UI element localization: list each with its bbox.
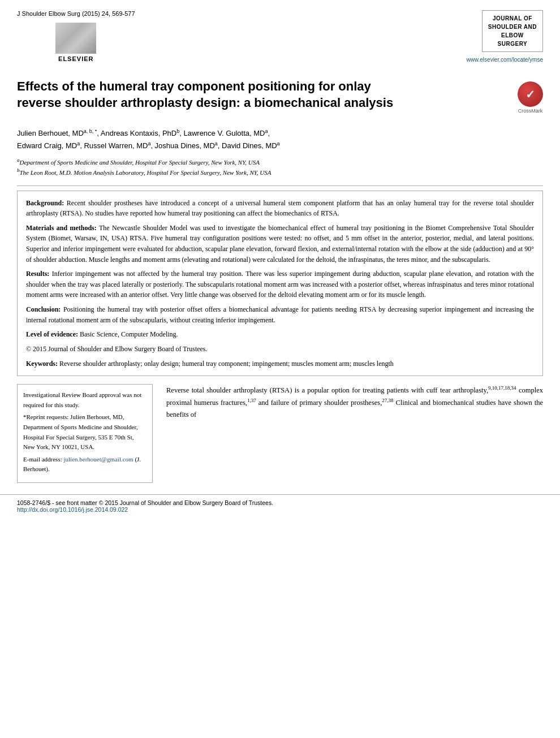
level-label: Level of evidence: — [26, 330, 78, 338]
email-note: E-mail address: julien.berhouet@gmail.co… — [23, 455, 147, 474]
footer-issn: 1058-2746/$ - see front matter © 2015 Jo… — [17, 499, 543, 506]
body-intro: Reverse total shoulder arthroplasty (RTS… — [166, 386, 488, 394]
body-text3: and failure of primary shoulder prosthes… — [256, 399, 382, 407]
crossmark-label: CrossMark — [518, 108, 543, 114]
email-label: E-mail address: — [23, 456, 62, 463]
abstract-copyright: © 2015 Journal of Shoulder and Elbow Sur… — [26, 344, 534, 355]
conclusion-label: Conclusion: — [26, 305, 61, 313]
affiliations: aDepartment of Sports Medicine and Shoul… — [17, 157, 543, 177]
header-left: J Shoulder Elbow Surg (2015) 24, 569-577… — [17, 10, 135, 62]
title-section: Effects of the humeral tray component po… — [17, 79, 543, 119]
elsevier-image — [55, 23, 96, 54]
journal-reference: J Shoulder Elbow Surg (2015) 24, 569-577 — [17, 10, 135, 17]
author-craig-et-al: Edward Craig, MDa, Russel Warren, MDa, J… — [17, 141, 280, 150]
level-text: Basic Science, Computer Modeling. — [80, 330, 178, 338]
header: J Shoulder Elbow Surg (2015) 24, 569-577… — [0, 0, 560, 68]
crossmark-logo: ✓ CrossMark — [518, 81, 543, 114]
main-content: Effects of the humeral tray component po… — [0, 79, 560, 483]
elsevier-label: ELSEVIER — [58, 55, 93, 62]
citation-sup3: 27,38 — [382, 398, 393, 403]
email-link[interactable]: julien.berhouet@gmail.com — [63, 456, 133, 463]
footer-doi[interactable]: http://dx.doi.org/10.1016/j.jse.2014.09.… — [17, 506, 128, 513]
citation-sup1: 9,10,17,18,34 — [488, 385, 516, 391]
page-footer: 1058-2746/$ - see front matter © 2015 Jo… — [0, 494, 560, 517]
conclusion-text: Positioning the humeral tray with poster… — [26, 305, 534, 324]
abstract-conclusion: Conclusion: Positioning the humeral tray… — [26, 304, 534, 325]
article-title: Effects of the humeral tray component po… — [17, 79, 413, 111]
authors: Julien Berhouet, MDa, b, *, Andreas Kont… — [17, 127, 543, 152]
abstract-box: Background: Recent shoulder prostheses h… — [17, 191, 543, 377]
footnote-box: Investigational Review Board approval wa… — [17, 384, 153, 483]
reprint-note: *Reprint requests: Julien Berhouet, MD, … — [23, 412, 147, 452]
results-label: Results: — [26, 270, 49, 278]
background-text: Recent shoulder prostheses have introduc… — [26, 199, 534, 218]
author-berhouet: Julien Berhouet, MDa, b, *, Andreas Kont… — [17, 129, 270, 137]
left-column: Investigational Review Board approval wa… — [17, 384, 153, 483]
abstract-keywords: Keywords: Reverse shoulder arthroplasty;… — [26, 359, 534, 369]
results-text: Inferior impingement was not affected by… — [26, 270, 534, 299]
header-right: Journal ofShoulder andElbowSurgery www.e… — [466, 10, 543, 63]
body-paragraph: Reverse total shoulder arthroplasty (RTS… — [166, 384, 543, 420]
reprint-label: *Reprint requests: — [23, 413, 68, 420]
elsevier-logo: ELSEVIER — [17, 23, 135, 62]
keywords-text: Reverse shoulder arthroplasty; onlay des… — [59, 360, 394, 368]
copyright-text: © 2015 Journal of Shoulder and Elbow Sur… — [26, 345, 208, 353]
abstract-background: Background: Recent shoulder prostheses h… — [26, 198, 534, 219]
abstract-results: Results: Inferior impingement was not af… — [26, 269, 534, 300]
page: J Shoulder Elbow Surg (2015) 24, 569-577… — [0, 0, 560, 738]
journal-box: Journal ofShoulder andElbowSurgery — [482, 10, 543, 52]
methods-label: Materials and methods: — [26, 224, 97, 232]
affiliation-a: aDepartment of Sports Medicine and Shoul… — [17, 157, 543, 167]
keywords-label: Keywords: — [26, 360, 58, 368]
affiliation-b: bThe Leon Root, M.D. Motion Analysis Lab… — [17, 167, 543, 177]
citation-sup2: 1,37 — [247, 398, 256, 403]
background-label: Background: — [26, 199, 64, 207]
irb-note: Investigational Review Board approval wa… — [23, 390, 147, 410]
abstract-methods: Materials and methods: The Newcastle Sho… — [26, 223, 534, 265]
elsevier-image-inner — [55, 23, 96, 54]
divider-1 — [17, 185, 543, 186]
crossmark-symbol: ✓ — [525, 88, 535, 101]
right-column: Reverse total shoulder arthroplasty (RTS… — [166, 384, 543, 483]
journal-website[interactable]: www.elsevier.com/locate/ymse — [466, 57, 543, 63]
journal-box-title: Journal ofShoulder andElbowSurgery — [488, 14, 537, 48]
two-column-section: Investigational Review Board approval wa… — [17, 384, 543, 483]
methods-text: The Newcastle Shoulder Model was used to… — [26, 224, 534, 264]
crossmark-icon: ✓ — [518, 81, 543, 107]
level-evidence: Level of evidence: Basic Science, Comput… — [26, 329, 534, 340]
